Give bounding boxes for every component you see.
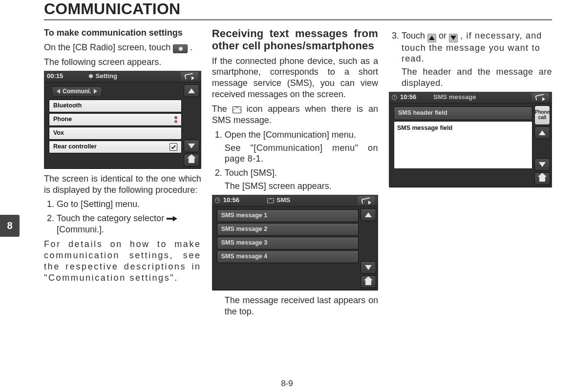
- scroll-down-button[interactable]: [534, 158, 550, 171]
- step-item: Open the [Communication] menu. See "[Com…: [225, 129, 378, 165]
- triangle-up-icon: [427, 34, 436, 42]
- triangle-up-icon: [539, 130, 546, 135]
- step-text-b: [Communi.].: [57, 225, 104, 234]
- list-item[interactable]: Phone: [49, 113, 182, 126]
- gear-icon: [173, 44, 188, 53]
- step-text: Open the [Communication] menu.: [225, 130, 356, 140]
- list-item[interactable]: Vox: [49, 127, 182, 140]
- list-item[interactable]: Rear controller: [49, 141, 182, 153]
- status-dot-icon: [174, 120, 177, 123]
- list-item-label: SMS message 4: [221, 253, 268, 261]
- p2a: The: [212, 104, 233, 114]
- status-dot-icon: [174, 116, 177, 119]
- home-icon: [189, 158, 194, 163]
- step-item: Touch the category selector [Communi.].: [57, 213, 201, 235]
- envelope-icon: [267, 198, 274, 203]
- scroll-up-button[interactable]: [534, 126, 550, 139]
- screenshot-sms-message: 10:56 SMS message SMS header field SMS m…: [389, 92, 552, 187]
- step-item: Go to [Setting] menu.: [57, 199, 201, 210]
- list-item-label: Rear controller: [53, 143, 97, 151]
- after-shot-text-2: The message received last appears on the…: [212, 295, 378, 317]
- home-button[interactable]: [534, 172, 550, 185]
- gear-icon: [87, 73, 93, 79]
- step-text: Touch [SMS].: [225, 168, 277, 178]
- scroll-up-button[interactable]: [361, 208, 376, 221]
- p2: The icon appears when there is an SMS me…: [212, 103, 378, 126]
- list-item-label: SMS message 2: [221, 226, 268, 233]
- list-item[interactable]: SMS message 3: [217, 237, 359, 249]
- home-button[interactable]: [361, 275, 376, 288]
- clock-icon: [215, 198, 220, 203]
- outro-text: For details on how to make communication…: [44, 239, 201, 283]
- scroll-up-button[interactable]: [184, 84, 199, 97]
- step-after: The header and the message are displayed…: [402, 66, 552, 89]
- back-button[interactable]: [181, 72, 198, 81]
- triangle-down-icon: [365, 265, 372, 270]
- sms-message-field: SMS message field: [394, 121, 532, 169]
- list-item-label: Vox: [53, 129, 64, 137]
- home-icon: [539, 177, 545, 182]
- back-button[interactable]: [358, 196, 375, 205]
- intro-text-1b: .: [190, 42, 192, 52]
- triangle-up-icon: [365, 212, 372, 217]
- step-after: The [SMS] screen appears.: [225, 181, 378, 192]
- p1: If the connected phone device, such as a…: [212, 56, 378, 100]
- envelope-icon: [233, 106, 241, 113]
- scroll-down-button[interactable]: [361, 261, 376, 274]
- clock-text: 00:15: [47, 72, 63, 81]
- chevron-left-icon: [57, 89, 60, 94]
- after-shot-text: The screen is identical to the one which…: [44, 173, 201, 196]
- step-text-a: Touch the category selector: [57, 213, 167, 223]
- page-title: COMMUNICATION: [44, 0, 552, 18]
- screenshot-settings: 00:15 Setting Communi. Bluetooth: [44, 71, 201, 168]
- back-button[interactable]: [531, 93, 549, 102]
- triangle-down-icon: [539, 162, 546, 167]
- list-item-label: Bluetooth: [53, 102, 82, 110]
- home-icon: [365, 280, 371, 285]
- intro-text-1a: On the [CB Radio] screen, touch: [44, 42, 173, 52]
- page-number: 8-9: [0, 379, 574, 389]
- clock-text: 10:56: [400, 93, 416, 102]
- arrow-right-icon: [167, 215, 177, 223]
- step-item: Touch or , if necessary, and touch the m…: [402, 30, 552, 89]
- list-item-label: Phone: [53, 116, 72, 124]
- step-text: Go to [Setting] menu.: [57, 199, 140, 209]
- selector-label: Communi.: [63, 88, 91, 95]
- phone-call-label-2: call: [538, 115, 547, 121]
- triangle-up-icon: [188, 88, 195, 93]
- chapter-tab: 8: [0, 215, 20, 237]
- list-item[interactable]: Bluetooth: [49, 100, 182, 112]
- topbar-title: SMS message: [433, 93, 476, 102]
- section-heading-2: Receiving text messages from other cell …: [212, 27, 378, 52]
- title-rule: [44, 19, 552, 21]
- list-item-label: SMS message 1: [221, 212, 268, 220]
- step-after: See "[Communication] menu" on page 8-1.: [225, 143, 378, 165]
- home-button[interactable]: [184, 154, 199, 166]
- clock-icon: [392, 95, 397, 100]
- list-item[interactable]: SMS message 4: [217, 250, 359, 263]
- clock-text: 10:56: [223, 196, 239, 205]
- chevron-right-icon: [94, 89, 97, 94]
- screenshot-sms-list: 10:56 SMS SMS message 1 SMS message 2 SM…: [212, 195, 378, 290]
- intro-line-1: On the [CB Radio] screen, touch .: [44, 42, 201, 53]
- list-item-label: SMS message 3: [221, 239, 268, 247]
- triangle-down-icon: [449, 34, 458, 42]
- list-item[interactable]: SMS message 2: [217, 223, 359, 236]
- phone-call-button[interactable]: Phone call: [534, 105, 550, 125]
- category-selector[interactable]: Communi.: [52, 86, 102, 97]
- checkbox-checked-icon: [170, 143, 177, 151]
- intro-line-2: The following screen appears.: [44, 57, 201, 68]
- topbar-title: Setting: [96, 72, 117, 81]
- list-item[interactable]: SMS message 1: [217, 209, 359, 222]
- step-item: Touch [SMS]. The [SMS] screen appears.: [225, 167, 378, 192]
- section-heading-1: To make communication settings: [44, 27, 201, 39]
- scroll-down-button[interactable]: [184, 140, 199, 152]
- triangle-down-icon: [188, 144, 195, 148]
- topbar-title: SMS: [276, 196, 290, 205]
- s3a: Touch: [402, 31, 427, 41]
- sms-header-field: SMS header field: [394, 106, 532, 120]
- s3b: or: [439, 31, 449, 41]
